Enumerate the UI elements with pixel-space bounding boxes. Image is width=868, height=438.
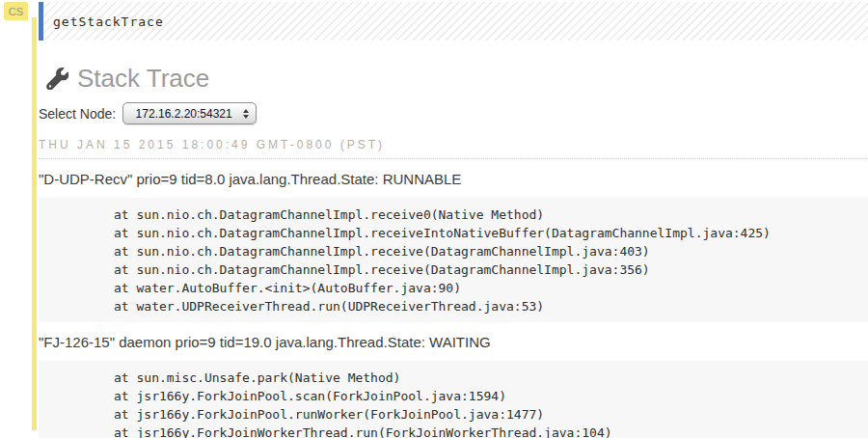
- node-select-dropdown[interactable]: 172.16.2.20:54321: [122, 102, 257, 124]
- node-selector-label: Select Node:: [39, 106, 116, 122]
- thread-state-header: "D-UDP-Recv" prio=9 tid=8.0 java.lang.Th…: [39, 171, 868, 188]
- cell-command-input[interactable]: getStackTrace: [39, 2, 868, 41]
- cell-type-badge: CS: [4, 2, 28, 20]
- stack-trace-timestamp: THU JAN 15 2015 18:00:49 GMT-0800 (PST): [39, 138, 868, 159]
- notebook-cell: getStackTrace Stack Trace Select Node: 1…: [39, 2, 868, 438]
- thread-state-header: "FJ-126-15" daemon prio=9 tid=19.0 java.…: [39, 334, 868, 351]
- node-selector-row: Select Node: 172.16.2.20:54321: [39, 102, 868, 124]
- cell-type-badge-label: CS: [9, 6, 23, 17]
- threads-list: "D-UDP-Recv" prio=9 tid=8.0 java.lang.Th…: [39, 171, 868, 438]
- wrench-icon: [46, 68, 68, 90]
- cell-command-text: getStackTrace: [53, 14, 164, 29]
- cell-selection-highlight-bar: [32, 17, 37, 430]
- stack-frames-block: at sun.nio.ch.DatagramChannelImpl.receiv…: [39, 198, 868, 322]
- stack-frames-block: at sun.misc.Unsafe.park(Native Method) a…: [39, 361, 868, 438]
- page-title: Stack Trace: [46, 64, 868, 93]
- page-title-text: Stack Trace: [77, 64, 209, 93]
